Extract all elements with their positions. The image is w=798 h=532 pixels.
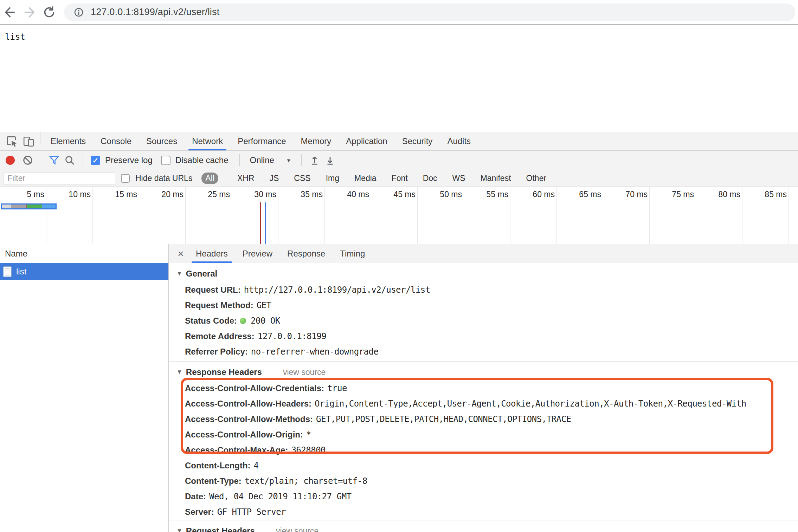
- headers-detail-body: ▼ General Request URL:http://127.0.0.1:8…: [169, 263, 798, 532]
- timeline-tick: 45 ms: [371, 187, 418, 244]
- header-row: Request URL:http://127.0.0.1:8199/api.v2…: [185, 282, 798, 298]
- name-column-header[interactable]: Name: [0, 244, 168, 263]
- request-type-filter[interactable]: Font: [388, 173, 412, 184]
- general-section-header[interactable]: ▼ General: [169, 263, 798, 279]
- details-tab[interactable]: Response: [280, 244, 333, 263]
- header-name: Content-Type:: [185, 476, 242, 486]
- details-tab[interactable]: Headers: [188, 244, 235, 263]
- devtools-tab[interactable]: Performance: [230, 132, 293, 150]
- network-toolbar: ✓ Preserve log ✓ Disable cache Online ▼: [0, 151, 798, 170]
- address-bar[interactable]: 127.0.0.1:8199/api.v2/user/list: [64, 4, 795, 21]
- devtools-tab-label: Application: [346, 136, 387, 146]
- devtools-tabbar: Elements Console Sources Network Perform…: [0, 132, 798, 151]
- disable-cache-checkbox[interactable]: ✓: [161, 156, 170, 165]
- request-type-filter[interactable]: JS: [265, 173, 283, 184]
- timeline-tick: 40 ms: [325, 187, 371, 244]
- timeline-tick: 15 ms: [93, 187, 139, 244]
- devtools-tab[interactable]: Sources: [139, 132, 185, 150]
- request-bar-segment: [2, 205, 11, 208]
- timeline-tick: 85 ms: [742, 187, 789, 244]
- forward-button[interactable]: [20, 2, 39, 22]
- devtools-tab-label: Elements: [51, 136, 86, 146]
- request-type-filters: AllXHRJSCSSImgMediaFontDocWSManifestOthe…: [201, 173, 550, 184]
- disclosure-triangle-icon: ▼: [176, 270, 182, 277]
- header-value: 200 OK: [251, 316, 280, 326]
- export-har-icon[interactable]: [325, 155, 335, 166]
- active-tab-underline: [192, 261, 232, 263]
- header-row: Referrer Policy:no-referrer-when-downgra…: [185, 344, 798, 359]
- request-type-filter[interactable]: Other: [522, 173, 551, 184]
- devtools-tab[interactable]: Elements: [43, 132, 93, 150]
- preserve-log-label[interactable]: Preserve log: [105, 155, 153, 165]
- url-text[interactable]: 127.0.0.1:8199/api.v2/user/list: [91, 7, 219, 18]
- disable-cache-label[interactable]: Disable cache: [175, 155, 229, 165]
- network-filter-input[interactable]: [4, 172, 115, 185]
- details-tab[interactable]: Preview: [235, 244, 280, 263]
- header-row: Server:GF HTTP Server: [185, 504, 798, 520]
- close-details-button[interactable]: ×: [173, 244, 188, 263]
- devtools-tab[interactable]: Application: [339, 132, 394, 150]
- info-icon[interactable]: [73, 7, 84, 18]
- header-value: Wed, 04 Dec 2019 11:10:27 GMT: [209, 492, 352, 501]
- devtools-tab-label: Console: [101, 136, 131, 146]
- devtools-tab[interactable]: Console: [93, 132, 139, 150]
- inspect-element-button[interactable]: [4, 132, 20, 150]
- requests-list: list: [0, 263, 168, 280]
- request-headers-section-header[interactable]: ▼ Request Headers view source: [169, 520, 798, 532]
- clear-icon[interactable]: [22, 155, 33, 166]
- request-row[interactable]: list: [0, 263, 168, 280]
- header-value: 127.0.0.1:8199: [258, 331, 326, 341]
- request-type-filter[interactable]: Media: [350, 173, 380, 184]
- header-row: Access-Control-Allow-Headers:Origin,Cont…: [185, 396, 798, 411]
- header-row: Access-Control-Allow-Origin:*: [185, 427, 798, 442]
- request-type-filter[interactable]: XHR: [233, 173, 258, 184]
- search-icon[interactable]: [64, 155, 75, 166]
- hide-data-urls-label[interactable]: Hide data URLs: [135, 174, 192, 183]
- details-tab-label: Preview: [243, 249, 272, 259]
- separator: [301, 154, 302, 166]
- general-rows: Request URL:http://127.0.0.1:8199/api.v2…: [169, 279, 798, 363]
- forward-icon: [22, 5, 37, 19]
- response-headers-section: ▼ Response Headers view source Access-Co…: [169, 362, 798, 520]
- response-headers-rows: Access-Control-Allow-Credentials:true Ac…: [169, 378, 798, 523]
- refresh-button[interactable]: [39, 2, 59, 22]
- back-button[interactable]: [0, 2, 20, 22]
- timeline-tick: 65 ms: [557, 187, 603, 244]
- header-name: Request Method:: [185, 300, 253, 310]
- header-name: Access-Control-Allow-Headers:: [185, 399, 311, 408]
- device-toolbar-button[interactable]: [20, 132, 37, 150]
- devtools-tab[interactable]: Memory: [294, 132, 339, 150]
- throttling-dropdown[interactable]: Online ▼: [247, 155, 293, 165]
- timeline-tick: 50 ms: [418, 187, 464, 244]
- header-name: Access-Control-Allow-Methods:: [185, 414, 313, 424]
- request-type-filter[interactable]: Manifest: [477, 173, 515, 184]
- timeline-tick: 25 ms: [186, 187, 232, 244]
- record-button[interactable]: [6, 156, 15, 165]
- request-type-filter[interactable]: CSS: [290, 173, 314, 184]
- import-har-icon[interactable]: [309, 155, 320, 166]
- header-value: http://127.0.0.1:8199/api.v2/user/list: [244, 285, 430, 295]
- view-source-link[interactable]: view source: [283, 368, 326, 377]
- request-type-filter[interactable]: All: [201, 173, 218, 184]
- timeline-tick: 35 ms: [278, 187, 325, 244]
- devtools-tab[interactable]: Security: [395, 132, 440, 150]
- filter-icon[interactable]: [49, 155, 59, 166]
- header-value: no-referrer-when-downgrade: [251, 347, 379, 357]
- network-main-area: Name list ×: [0, 244, 798, 532]
- network-overview-timeline[interactable]: 5 ms10 ms15 ms20 ms25 ms30 ms35 ms40 ms4…: [0, 187, 798, 244]
- header-name: Server:: [185, 507, 214, 517]
- hide-data-urls-checkbox[interactable]: ✓: [121, 174, 130, 183]
- request-type-filter[interactable]: Doc: [419, 173, 441, 184]
- details-tab[interactable]: Timing: [333, 244, 372, 263]
- request-type-filter[interactable]: WS: [449, 173, 469, 184]
- header-row: Request Method:GET: [185, 298, 798, 313]
- devtools-tab-label: Network: [192, 136, 223, 146]
- overview-request-bar: [1, 203, 57, 209]
- preserve-log-checkbox[interactable]: ✓: [91, 156, 100, 165]
- view-source-link[interactable]: view source: [276, 526, 318, 532]
- response-headers-section-header[interactable]: ▼ Response Headers view source: [169, 362, 798, 378]
- devtools-tabs: Elements Console Sources Network Perform…: [43, 132, 478, 150]
- devtools-tab[interactable]: Network: [185, 132, 230, 150]
- request-type-filter[interactable]: Img: [322, 173, 343, 184]
- devtools-tab[interactable]: Audits: [440, 132, 478, 150]
